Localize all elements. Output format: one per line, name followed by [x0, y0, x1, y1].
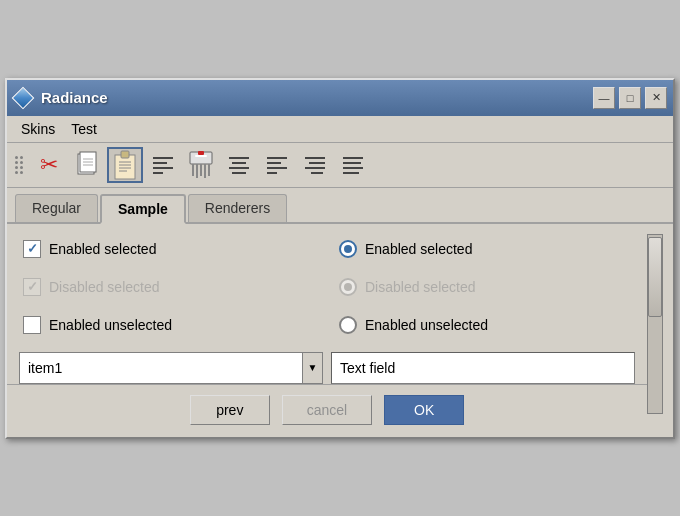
svg-rect-27	[267, 157, 287, 159]
tab-regular[interactable]: Regular	[15, 194, 98, 222]
radio-enabled-selected[interactable]: Enabled selected	[335, 234, 635, 264]
checkbox-enabled-selected-input[interactable]	[23, 240, 41, 258]
shredder-button[interactable]	[183, 147, 219, 183]
svg-rect-33	[305, 167, 325, 169]
tab-renderers[interactable]: Renderers	[188, 194, 287, 222]
window-title: Radiance	[41, 89, 593, 106]
svg-rect-5	[115, 155, 135, 179]
paste-button[interactable]	[107, 147, 143, 183]
checkbox-enabled-selected[interactable]: Enabled selected	[19, 234, 319, 264]
radio-disabled-selected-label: Disabled selected	[365, 279, 476, 295]
dropdown-value: item1	[28, 360, 302, 376]
copy-icon	[75, 151, 99, 179]
controls-grid: Enabled selected Enabled selected Disabl…	[19, 234, 635, 340]
checkbox-enabled-unselected-label: Enabled unselected	[49, 317, 172, 333]
align-5-icon	[341, 153, 365, 177]
svg-rect-28	[267, 162, 281, 164]
scrollbar-thumb[interactable]	[648, 237, 662, 317]
ok-button[interactable]: OK	[384, 395, 464, 425]
align-2-button[interactable]	[221, 147, 257, 183]
align-5-button[interactable]	[335, 147, 371, 183]
title-buttons: — □ ✕	[593, 87, 667, 109]
diamond-icon	[12, 86, 35, 109]
align-2-icon	[227, 153, 251, 177]
prev-button[interactable]: prev	[190, 395, 270, 425]
scrollbar[interactable]	[647, 234, 663, 414]
footer: prev cancel OK	[7, 384, 647, 437]
checkbox-enabled-unselected[interactable]: Enabled unselected	[19, 310, 319, 340]
paste-icon	[112, 149, 138, 181]
cancel-button[interactable]: cancel	[282, 395, 372, 425]
svg-rect-34	[311, 172, 323, 174]
svg-rect-25	[229, 167, 249, 169]
radio-disabled-selected: Disabled selected	[335, 272, 635, 302]
svg-rect-6	[121, 151, 129, 158]
minimize-button[interactable]: —	[593, 87, 615, 109]
svg-rect-38	[343, 172, 359, 174]
svg-rect-11	[153, 157, 173, 159]
svg-rect-31	[305, 157, 325, 159]
radio-enabled-unselected-label: Enabled unselected	[365, 317, 488, 333]
app-icon	[13, 88, 33, 108]
shredder-icon	[187, 150, 215, 180]
align-left-button[interactable]	[145, 147, 181, 183]
svg-rect-26	[232, 172, 246, 174]
svg-rect-23	[229, 157, 249, 159]
scissors-icon: ✂	[40, 152, 58, 178]
radio-enabled-unselected-input[interactable]	[339, 316, 357, 334]
maximize-button[interactable]: □	[619, 87, 641, 109]
tab-sample[interactable]: Sample	[100, 194, 186, 224]
text-field[interactable]	[331, 352, 635, 384]
copy-button[interactable]	[69, 147, 105, 183]
align-4-button[interactable]	[297, 147, 333, 183]
radio-disabled-selected-input	[339, 278, 357, 296]
checkbox-disabled-selected: Disabled selected	[19, 272, 319, 302]
svg-rect-16	[195, 155, 207, 157]
bottom-controls: item1 ▼	[19, 352, 635, 384]
toolbar-grip	[13, 154, 25, 176]
svg-rect-12	[153, 162, 167, 164]
title-bar: Radiance — □ ✕	[7, 80, 673, 116]
align-left-icon	[151, 153, 175, 177]
align-4-icon	[303, 153, 327, 177]
svg-rect-37	[343, 167, 363, 169]
svg-rect-32	[309, 162, 325, 164]
dropdown[interactable]: item1 ▼	[19, 352, 323, 384]
toolbar: ✂	[7, 143, 673, 188]
svg-rect-24	[232, 162, 246, 164]
svg-rect-30	[267, 172, 277, 174]
radio-enabled-selected-label: Enabled selected	[365, 241, 472, 257]
close-button[interactable]: ✕	[645, 87, 667, 109]
align-3-icon	[265, 153, 289, 177]
menu-test[interactable]: Test	[63, 118, 105, 140]
radio-enabled-selected-input[interactable]	[339, 240, 357, 258]
checkbox-enabled-selected-label: Enabled selected	[49, 241, 156, 257]
svg-rect-13	[153, 167, 173, 169]
checkbox-enabled-unselected-input[interactable]	[23, 316, 41, 334]
svg-rect-17	[198, 151, 204, 155]
menu-bar: Skins Test	[7, 116, 673, 143]
svg-rect-29	[267, 167, 287, 169]
dropdown-arrow-icon[interactable]: ▼	[302, 353, 322, 383]
align-3-button[interactable]	[259, 147, 295, 183]
svg-rect-36	[343, 162, 361, 164]
radio-enabled-unselected[interactable]: Enabled unselected	[335, 310, 635, 340]
checkbox-disabled-selected-label: Disabled selected	[49, 279, 160, 295]
checkbox-disabled-selected-input	[23, 278, 41, 296]
content-area: Enabled selected Enabled selected Disabl…	[7, 224, 647, 437]
svg-rect-35	[343, 157, 363, 159]
tab-bar: Regular Sample Renderers	[7, 188, 673, 224]
main-window: Radiance — □ ✕ Skins Test ✂	[5, 78, 675, 439]
cut-button[interactable]: ✂	[31, 147, 67, 183]
menu-skins[interactable]: Skins	[13, 118, 63, 140]
svg-rect-14	[153, 172, 163, 174]
